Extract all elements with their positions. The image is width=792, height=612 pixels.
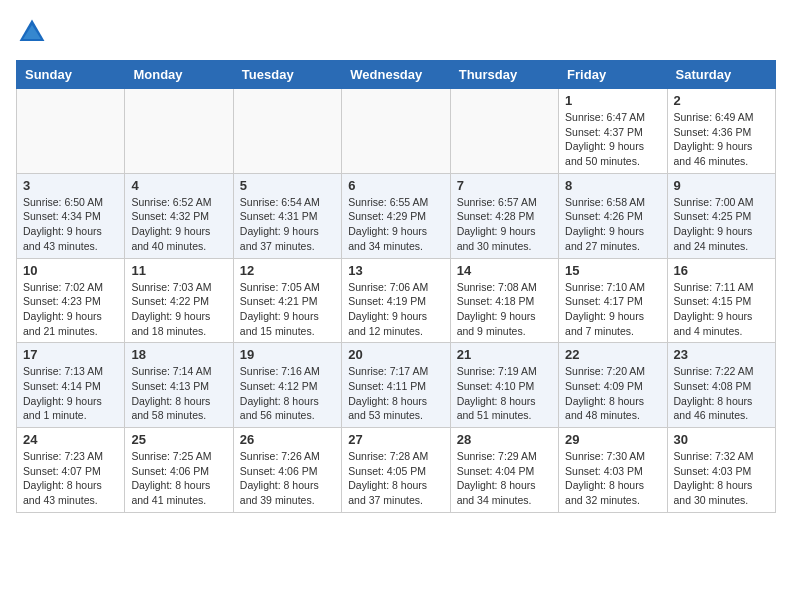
day-info: Sunrise: 7:13 AM Sunset: 4:14 PM Dayligh… bbox=[23, 364, 118, 423]
day-info: Sunrise: 7:03 AM Sunset: 4:22 PM Dayligh… bbox=[131, 280, 226, 339]
calendar-cell: 28Sunrise: 7:29 AM Sunset: 4:04 PM Dayli… bbox=[450, 428, 558, 513]
day-info: Sunrise: 7:26 AM Sunset: 4:06 PM Dayligh… bbox=[240, 449, 335, 508]
day-info: Sunrise: 6:49 AM Sunset: 4:36 PM Dayligh… bbox=[674, 110, 769, 169]
calendar-cell: 14Sunrise: 7:08 AM Sunset: 4:18 PM Dayli… bbox=[450, 258, 558, 343]
day-info: Sunrise: 7:16 AM Sunset: 4:12 PM Dayligh… bbox=[240, 364, 335, 423]
col-header-friday: Friday bbox=[559, 61, 667, 89]
calendar-cell: 1Sunrise: 6:47 AM Sunset: 4:37 PM Daylig… bbox=[559, 89, 667, 174]
calendar-cell: 27Sunrise: 7:28 AM Sunset: 4:05 PM Dayli… bbox=[342, 428, 450, 513]
calendar-cell bbox=[233, 89, 341, 174]
day-number: 26 bbox=[240, 432, 335, 447]
day-info: Sunrise: 7:14 AM Sunset: 4:13 PM Dayligh… bbox=[131, 364, 226, 423]
day-info: Sunrise: 7:29 AM Sunset: 4:04 PM Dayligh… bbox=[457, 449, 552, 508]
calendar-week-3: 10Sunrise: 7:02 AM Sunset: 4:23 PM Dayli… bbox=[17, 258, 776, 343]
day-info: Sunrise: 7:00 AM Sunset: 4:25 PM Dayligh… bbox=[674, 195, 769, 254]
calendar-week-5: 24Sunrise: 7:23 AM Sunset: 4:07 PM Dayli… bbox=[17, 428, 776, 513]
calendar-cell: 6Sunrise: 6:55 AM Sunset: 4:29 PM Daylig… bbox=[342, 173, 450, 258]
day-number: 6 bbox=[348, 178, 443, 193]
col-header-sunday: Sunday bbox=[17, 61, 125, 89]
day-info: Sunrise: 6:54 AM Sunset: 4:31 PM Dayligh… bbox=[240, 195, 335, 254]
calendar-cell bbox=[125, 89, 233, 174]
day-info: Sunrise: 6:58 AM Sunset: 4:26 PM Dayligh… bbox=[565, 195, 660, 254]
calendar-cell: 26Sunrise: 7:26 AM Sunset: 4:06 PM Dayli… bbox=[233, 428, 341, 513]
calendar-cell: 9Sunrise: 7:00 AM Sunset: 4:25 PM Daylig… bbox=[667, 173, 775, 258]
day-number: 3 bbox=[23, 178, 118, 193]
day-number: 14 bbox=[457, 263, 552, 278]
calendar-cell: 13Sunrise: 7:06 AM Sunset: 4:19 PM Dayli… bbox=[342, 258, 450, 343]
col-header-wednesday: Wednesday bbox=[342, 61, 450, 89]
day-number: 19 bbox=[240, 347, 335, 362]
day-info: Sunrise: 6:47 AM Sunset: 4:37 PM Dayligh… bbox=[565, 110, 660, 169]
day-number: 10 bbox=[23, 263, 118, 278]
calendar-cell: 4Sunrise: 6:52 AM Sunset: 4:32 PM Daylig… bbox=[125, 173, 233, 258]
day-info: Sunrise: 7:25 AM Sunset: 4:06 PM Dayligh… bbox=[131, 449, 226, 508]
day-info: Sunrise: 7:02 AM Sunset: 4:23 PM Dayligh… bbox=[23, 280, 118, 339]
calendar-cell: 22Sunrise: 7:20 AM Sunset: 4:09 PM Dayli… bbox=[559, 343, 667, 428]
calendar-cell: 15Sunrise: 7:10 AM Sunset: 4:17 PM Dayli… bbox=[559, 258, 667, 343]
day-number: 24 bbox=[23, 432, 118, 447]
day-number: 7 bbox=[457, 178, 552, 193]
day-info: Sunrise: 7:11 AM Sunset: 4:15 PM Dayligh… bbox=[674, 280, 769, 339]
calendar-cell: 19Sunrise: 7:16 AM Sunset: 4:12 PM Dayli… bbox=[233, 343, 341, 428]
day-number: 25 bbox=[131, 432, 226, 447]
day-number: 9 bbox=[674, 178, 769, 193]
col-header-saturday: Saturday bbox=[667, 61, 775, 89]
day-number: 17 bbox=[23, 347, 118, 362]
calendar-cell: 3Sunrise: 6:50 AM Sunset: 4:34 PM Daylig… bbox=[17, 173, 125, 258]
day-info: Sunrise: 7:30 AM Sunset: 4:03 PM Dayligh… bbox=[565, 449, 660, 508]
day-number: 27 bbox=[348, 432, 443, 447]
day-info: Sunrise: 7:08 AM Sunset: 4:18 PM Dayligh… bbox=[457, 280, 552, 339]
calendar-cell bbox=[342, 89, 450, 174]
logo bbox=[16, 16, 52, 48]
calendar-cell: 17Sunrise: 7:13 AM Sunset: 4:14 PM Dayli… bbox=[17, 343, 125, 428]
day-number: 28 bbox=[457, 432, 552, 447]
calendar-cell: 23Sunrise: 7:22 AM Sunset: 4:08 PM Dayli… bbox=[667, 343, 775, 428]
calendar-cell: 11Sunrise: 7:03 AM Sunset: 4:22 PM Dayli… bbox=[125, 258, 233, 343]
day-info: Sunrise: 7:22 AM Sunset: 4:08 PM Dayligh… bbox=[674, 364, 769, 423]
calendar-cell: 29Sunrise: 7:30 AM Sunset: 4:03 PM Dayli… bbox=[559, 428, 667, 513]
day-number: 15 bbox=[565, 263, 660, 278]
calendar-week-1: 1Sunrise: 6:47 AM Sunset: 4:37 PM Daylig… bbox=[17, 89, 776, 174]
col-header-thursday: Thursday bbox=[450, 61, 558, 89]
calendar-cell: 5Sunrise: 6:54 AM Sunset: 4:31 PM Daylig… bbox=[233, 173, 341, 258]
col-header-tuesday: Tuesday bbox=[233, 61, 341, 89]
day-info: Sunrise: 7:28 AM Sunset: 4:05 PM Dayligh… bbox=[348, 449, 443, 508]
day-number: 21 bbox=[457, 347, 552, 362]
calendar-cell: 8Sunrise: 6:58 AM Sunset: 4:26 PM Daylig… bbox=[559, 173, 667, 258]
day-info: Sunrise: 6:57 AM Sunset: 4:28 PM Dayligh… bbox=[457, 195, 552, 254]
calendar-table: SundayMondayTuesdayWednesdayThursdayFrid… bbox=[16, 60, 776, 513]
day-number: 22 bbox=[565, 347, 660, 362]
day-info: Sunrise: 7:10 AM Sunset: 4:17 PM Dayligh… bbox=[565, 280, 660, 339]
calendar-cell bbox=[450, 89, 558, 174]
day-number: 20 bbox=[348, 347, 443, 362]
day-info: Sunrise: 7:17 AM Sunset: 4:11 PM Dayligh… bbox=[348, 364, 443, 423]
day-number: 29 bbox=[565, 432, 660, 447]
calendar-cell: 10Sunrise: 7:02 AM Sunset: 4:23 PM Dayli… bbox=[17, 258, 125, 343]
calendar-cell: 30Sunrise: 7:32 AM Sunset: 4:03 PM Dayli… bbox=[667, 428, 775, 513]
day-number: 1 bbox=[565, 93, 660, 108]
calendar-cell: 7Sunrise: 6:57 AM Sunset: 4:28 PM Daylig… bbox=[450, 173, 558, 258]
calendar-header-row: SundayMondayTuesdayWednesdayThursdayFrid… bbox=[17, 61, 776, 89]
calendar-cell: 2Sunrise: 6:49 AM Sunset: 4:36 PM Daylig… bbox=[667, 89, 775, 174]
day-number: 4 bbox=[131, 178, 226, 193]
day-info: Sunrise: 7:20 AM Sunset: 4:09 PM Dayligh… bbox=[565, 364, 660, 423]
calendar-week-2: 3Sunrise: 6:50 AM Sunset: 4:34 PM Daylig… bbox=[17, 173, 776, 258]
day-info: Sunrise: 7:23 AM Sunset: 4:07 PM Dayligh… bbox=[23, 449, 118, 508]
calendar-cell: 16Sunrise: 7:11 AM Sunset: 4:15 PM Dayli… bbox=[667, 258, 775, 343]
day-info: Sunrise: 7:19 AM Sunset: 4:10 PM Dayligh… bbox=[457, 364, 552, 423]
calendar-cell: 20Sunrise: 7:17 AM Sunset: 4:11 PM Dayli… bbox=[342, 343, 450, 428]
calendar-cell: 25Sunrise: 7:25 AM Sunset: 4:06 PM Dayli… bbox=[125, 428, 233, 513]
day-info: Sunrise: 7:06 AM Sunset: 4:19 PM Dayligh… bbox=[348, 280, 443, 339]
calendar-cell: 18Sunrise: 7:14 AM Sunset: 4:13 PM Dayli… bbox=[125, 343, 233, 428]
day-info: Sunrise: 6:50 AM Sunset: 4:34 PM Dayligh… bbox=[23, 195, 118, 254]
day-info: Sunrise: 6:55 AM Sunset: 4:29 PM Dayligh… bbox=[348, 195, 443, 254]
day-number: 8 bbox=[565, 178, 660, 193]
calendar-cell: 21Sunrise: 7:19 AM Sunset: 4:10 PM Dayli… bbox=[450, 343, 558, 428]
page-header bbox=[16, 16, 776, 48]
day-info: Sunrise: 6:52 AM Sunset: 4:32 PM Dayligh… bbox=[131, 195, 226, 254]
calendar-cell: 24Sunrise: 7:23 AM Sunset: 4:07 PM Dayli… bbox=[17, 428, 125, 513]
col-header-monday: Monday bbox=[125, 61, 233, 89]
day-number: 18 bbox=[131, 347, 226, 362]
calendar-cell bbox=[17, 89, 125, 174]
day-number: 30 bbox=[674, 432, 769, 447]
